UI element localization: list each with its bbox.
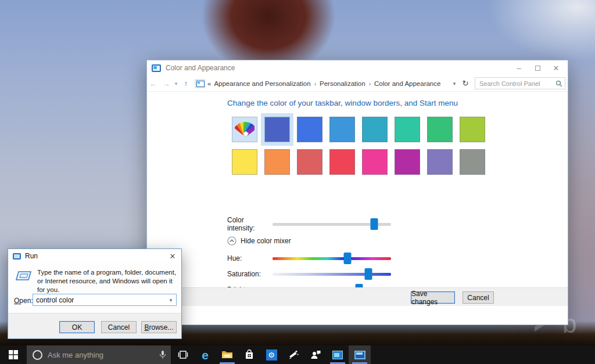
- swatch-color[interactable]: [460, 117, 485, 142]
- breadcrumb-separator: ›: [369, 81, 371, 87]
- run-dialog-titlebar[interactable]: Run ✕: [8, 249, 181, 263]
- taskbar-contact-support-button[interactable]: [304, 345, 327, 364]
- control-panel-search[interactable]: [475, 77, 565, 89]
- hide-color-mixer-label: Hide color mixer: [241, 237, 291, 245]
- color-intensity-slider[interactable]: [273, 223, 391, 226]
- maximize-button[interactable]: [528, 60, 547, 75]
- open-input[interactable]: [33, 296, 166, 304]
- run-close-button[interactable]: ✕: [164, 249, 181, 263]
- desktop: b Color and Appearance – ✕ ← → ▾ ↑ « App…: [0, 0, 595, 364]
- run-dialog-title: Run: [25, 252, 38, 260]
- breadcrumb-item[interactable]: Appearance and Personalization: [214, 80, 310, 87]
- run-icon: [13, 253, 21, 260]
- color-intensity-thumb[interactable]: [371, 218, 378, 230]
- combobox-dropdown-icon[interactable]: ▾: [166, 297, 176, 303]
- control-panel-icon: [354, 351, 365, 359]
- taskbar-store-button[interactable]: [238, 345, 260, 364]
- search-icon: [555, 80, 562, 87]
- ok-button[interactable]: OK: [59, 321, 95, 333]
- edge-icon: e: [202, 349, 209, 361]
- cancel-button[interactable]: Cancel: [463, 291, 494, 304]
- browse-button[interactable]: Browse...: [141, 321, 177, 333]
- color-appearance-icon: [152, 64, 161, 72]
- window-content: Change the color of your taskbar, window…: [147, 92, 568, 306]
- history-dropdown-icon[interactable]: ▾: [173, 81, 180, 87]
- run-cancel-button[interactable]: Cancel: [101, 321, 137, 333]
- settings-icon: ⚙: [266, 349, 277, 361]
- window-titlebar[interactable]: Color and Appearance – ✕: [147, 60, 568, 75]
- swatch-color[interactable]: [427, 149, 453, 175]
- save-changes-button[interactable]: Save changes: [411, 291, 455, 304]
- swatch-color[interactable]: [460, 149, 485, 175]
- hide-color-mixer-toggle[interactable]: Hide color mixer: [227, 236, 291, 246]
- swatch-color[interactable]: [232, 149, 257, 175]
- swatch-automatic[interactable]: [232, 117, 257, 142]
- back-button[interactable]: ←: [147, 79, 160, 88]
- page-title: Change the color of your taskbar, window…: [227, 99, 458, 107]
- hue-slider[interactable]: [273, 257, 391, 260]
- forward-button[interactable]: →: [160, 79, 173, 88]
- saturation-thumb[interactable]: [365, 268, 372, 280]
- chevron-up-circle-icon: [227, 236, 236, 246]
- run-dialog-message: Type the name of a program, folder, docu…: [37, 268, 177, 294]
- breadcrumb-path[interactable]: Appearance and Personalization›Personali…: [214, 80, 440, 87]
- saturation-slider-row: Saturation:: [227, 268, 391, 280]
- windows-logo-icon: [9, 350, 18, 359]
- run-dialog-body: Type the name of a program, folder, docu…: [8, 263, 181, 314]
- feedback-icon: [288, 349, 299, 361]
- up-button[interactable]: ↑: [180, 79, 192, 88]
- swatch-color[interactable]: [362, 117, 388, 142]
- taskbar-file-explorer-button[interactable]: [216, 345, 238, 364]
- taskbar: e ⚙: [0, 345, 595, 364]
- location-icon: [195, 79, 205, 88]
- swatch-color[interactable]: [297, 149, 322, 175]
- hue-slider-row: Hue:: [227, 253, 391, 264]
- breadcrumb-item[interactable]: Personalization: [320, 80, 365, 87]
- swatch-color[interactable]: [395, 149, 420, 175]
- store-icon: [245, 349, 254, 360]
- color-swatch-grid: [232, 117, 485, 175]
- hue-thumb[interactable]: [343, 253, 351, 264]
- address-dropdown-icon[interactable]: ▾: [449, 81, 460, 87]
- open-combobox[interactable]: ▾: [33, 294, 177, 306]
- run-dialog-footer: OK Cancel Browse...: [8, 313, 181, 338]
- taskbar-feedback-button[interactable]: [282, 345, 304, 364]
- microphone-icon[interactable]: [159, 350, 166, 359]
- swatch-color[interactable]: [264, 149, 290, 175]
- swatch-color[interactable]: [395, 117, 420, 142]
- contact-support-icon: [310, 349, 321, 360]
- search-input[interactable]: [479, 80, 555, 87]
- window-title: Color and Appearance: [166, 64, 235, 72]
- breadcrumb[interactable]: « Appearance and Personalization›Persona…: [195, 77, 440, 90]
- open-label: Open:: [14, 297, 33, 305]
- color-intensity-label: Color intensity:: [227, 216, 273, 232]
- taskbar-app-window-button[interactable]: [327, 345, 349, 364]
- swatch-color[interactable]: [264, 117, 290, 142]
- task-view-icon: [177, 350, 189, 359]
- breadcrumb-item[interactable]: Color and Appearance: [374, 80, 440, 87]
- cortana-ring-icon: [33, 350, 42, 360]
- taskbar-settings-button[interactable]: ⚙: [260, 345, 282, 364]
- swatch-color[interactable]: [329, 149, 355, 175]
- color-and-appearance-window: Color and Appearance – ✕ ← → ▾ ↑ « Appea…: [146, 60, 568, 325]
- hue-label: Hue:: [227, 254, 273, 262]
- start-button[interactable]: [0, 345, 27, 364]
- task-view-button[interactable]: [172, 345, 194, 364]
- swatch-color[interactable]: [362, 149, 388, 175]
- saturation-label: Saturation:: [227, 270, 273, 278]
- breadcrumb-separator: ›: [314, 81, 316, 87]
- cortana-search-box[interactable]: [27, 345, 171, 364]
- swatch-color[interactable]: [297, 117, 322, 142]
- taskbar-edge-button[interactable]: e: [194, 345, 216, 364]
- swatch-color[interactable]: [329, 117, 355, 142]
- swatch-color[interactable]: [427, 117, 453, 142]
- run-dialog: Run ✕ Type the name of a program, folder…: [8, 248, 182, 339]
- minimize-button[interactable]: –: [510, 60, 528, 75]
- refresh-icon[interactable]: ↻: [460, 79, 471, 88]
- app-window-icon: [332, 351, 343, 359]
- taskbar-control-panel-button[interactable]: [349, 345, 371, 364]
- saturation-slider[interactable]: [273, 273, 391, 276]
- taskbar-search-input[interactable]: [48, 351, 155, 359]
- navigation-bar: ← → ▾ ↑ « Appearance and Personalization…: [147, 75, 568, 92]
- close-button[interactable]: ✕: [547, 60, 565, 75]
